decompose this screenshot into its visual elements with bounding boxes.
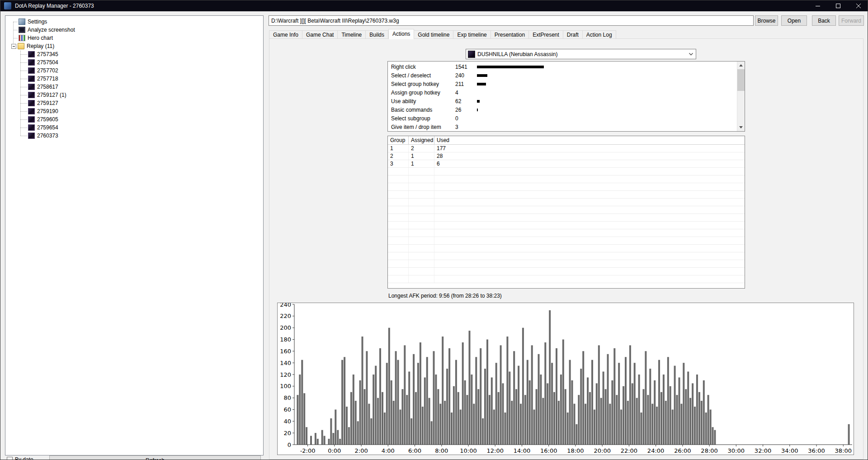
scroll-down-button[interactable] — [737, 123, 745, 131]
tree-item-2757718[interactable]: 2757718 — [5, 75, 263, 83]
svg-text:20:00: 20:00 — [594, 447, 610, 454]
svg-text:20: 20 — [283, 430, 291, 436]
action-count-row[interactable]: Give item / drop item3 — [388, 123, 736, 131]
open-button[interactable]: Open — [781, 15, 807, 26]
tab-presentation[interactable]: Presentation — [491, 30, 529, 39]
table-cell — [409, 245, 434, 252]
table-cell — [409, 199, 434, 206]
table-row[interactable]: 2128 — [388, 152, 745, 160]
table-row[interactable]: 316 — [388, 160, 745, 168]
by-date-checkbox[interactable] — [7, 457, 13, 460]
tab-gold-timeline[interactable]: Gold timeline — [414, 30, 453, 39]
table-cell — [434, 237, 745, 244]
table-row[interactable] — [388, 229, 745, 237]
tree-item-label: 2759127 — [37, 100, 58, 106]
table-row[interactable] — [388, 191, 745, 199]
table-row[interactable] — [388, 199, 745, 206]
replay-path-input[interactable] — [269, 15, 754, 26]
player-select[interactable]: DUSHNILLA (Nerubian Assassin) — [466, 49, 696, 59]
table-row[interactable] — [388, 252, 745, 260]
maximize-button[interactable] — [828, 0, 848, 11]
action-count-row[interactable]: Right click1541 — [388, 62, 736, 71]
tab-timeline[interactable]: Timeline — [338, 30, 366, 39]
tab-game-chat[interactable]: Game Chat — [302, 30, 338, 39]
table-cell: 177 — [434, 145, 745, 152]
svg-text:4:00: 4:00 — [382, 447, 395, 454]
action-count-row[interactable]: Assign group hotkey4 — [388, 88, 736, 97]
tab-draft[interactable]: Draft — [563, 30, 583, 39]
tree-item-label: 2759190 — [37, 108, 58, 114]
action-count-row[interactable]: Select group hotkey211 — [388, 80, 736, 88]
column-header-group[interactable]: Group — [388, 136, 409, 144]
tree-connector-stub — [20, 54, 27, 55]
table-row[interactable] — [388, 268, 745, 275]
table-cell — [409, 268, 434, 275]
table-row[interactable]: 12177 — [388, 145, 745, 152]
svg-text:80: 80 — [283, 394, 291, 401]
browse-button[interactable]: Browse — [755, 15, 778, 26]
action-count-row[interactable]: Basic commands26 — [388, 105, 736, 114]
close-button[interactable] — [848, 0, 868, 11]
tab-actions[interactable]: Actions — [388, 29, 414, 39]
table-row[interactable] — [388, 245, 745, 252]
table-cell — [409, 191, 434, 198]
tab-action-log[interactable]: Action Log — [583, 30, 616, 39]
table-row[interactable] — [388, 175, 745, 183]
table-row[interactable] — [388, 214, 745, 222]
scroll-up-button[interactable] — [737, 62, 745, 69]
back-button[interactable]: Back — [812, 15, 836, 26]
tree-connector-stub — [20, 119, 27, 120]
tree-item-2759654[interactable]: 2759654 — [5, 123, 263, 132]
minimize-button[interactable] — [807, 0, 828, 11]
tab-extpresent[interactable]: ExtPresent — [529, 30, 563, 39]
tree-item-replay-11[interactable]: Replay (11) — [5, 42, 263, 50]
tree-item-2759605[interactable]: 2759605 — [5, 115, 263, 123]
table-row[interactable] — [388, 275, 745, 283]
tree-item-2760373[interactable]: 2760373 — [5, 132, 263, 140]
svg-text:140: 140 — [280, 360, 291, 366]
table-cell — [434, 229, 745, 237]
tree-item-analyze-screenshot[interactable]: Analyze screenshot — [5, 26, 263, 34]
action-count-row[interactable]: Use ability62 — [388, 97, 736, 105]
action-count-row[interactable]: Select / deselect240 — [388, 71, 736, 80]
tab-builds[interactable]: Builds — [366, 30, 388, 39]
action-count-bar — [477, 83, 486, 85]
refresh-button[interactable]: Refresh — [49, 455, 261, 460]
table-row[interactable] — [388, 237, 745, 245]
action-label: Select subgroup — [388, 115, 455, 122]
tree-item-2759127-1[interactable]: 2759127 (1) — [5, 91, 263, 99]
collapse-icon[interactable] — [11, 44, 16, 49]
replay-icon — [28, 92, 35, 98]
tree-item-2757702[interactable]: 2757702 — [5, 66, 263, 75]
tree-item-2758617[interactable]: 2758617 — [5, 83, 263, 91]
tree-item-label: 2760373 — [37, 133, 58, 139]
tree-item-hero-chart[interactable]: Hero chart — [5, 34, 263, 42]
scrollbar-thumb[interactable] — [737, 69, 745, 91]
tree-connector-stub — [20, 62, 27, 63]
forward-button[interactable]: Forward — [839, 15, 864, 26]
table-cell — [388, 183, 409, 190]
action-list-scrollbar[interactable] — [737, 62, 745, 131]
svg-text:10:00: 10:00 — [460, 447, 476, 454]
tree-item-2759127[interactable]: 2759127 — [5, 99, 263, 107]
tab-game-info[interactable]: Game Info — [269, 30, 302, 39]
table-cell — [388, 214, 409, 221]
table-row[interactable] — [388, 168, 745, 175]
table-row[interactable] — [388, 260, 745, 268]
column-header-used[interactable]: Used — [434, 136, 745, 144]
table-row[interactable] — [388, 183, 745, 191]
tree-item-2757504[interactable]: 2757504 — [5, 58, 263, 66]
table-row[interactable] — [388, 222, 745, 229]
tree-item-2757345[interactable]: 2757345 — [5, 50, 263, 58]
tree-item-2759190[interactable]: 2759190 — [5, 107, 263, 115]
table-cell — [434, 222, 745, 229]
table-cell — [409, 183, 434, 190]
table-row[interactable] — [388, 206, 745, 214]
replay-icon — [28, 67, 35, 74]
action-count-row[interactable]: Select subgroup0 — [388, 114, 736, 123]
table-cell: 3 — [388, 160, 409, 167]
column-header-assigned[interactable]: Assigned — [409, 136, 434, 144]
tree-item-settings[interactable]: Settings — [5, 18, 263, 26]
action-count: 26 — [455, 107, 477, 113]
tab-exp-timeline[interactable]: Exp timeline — [453, 30, 491, 39]
